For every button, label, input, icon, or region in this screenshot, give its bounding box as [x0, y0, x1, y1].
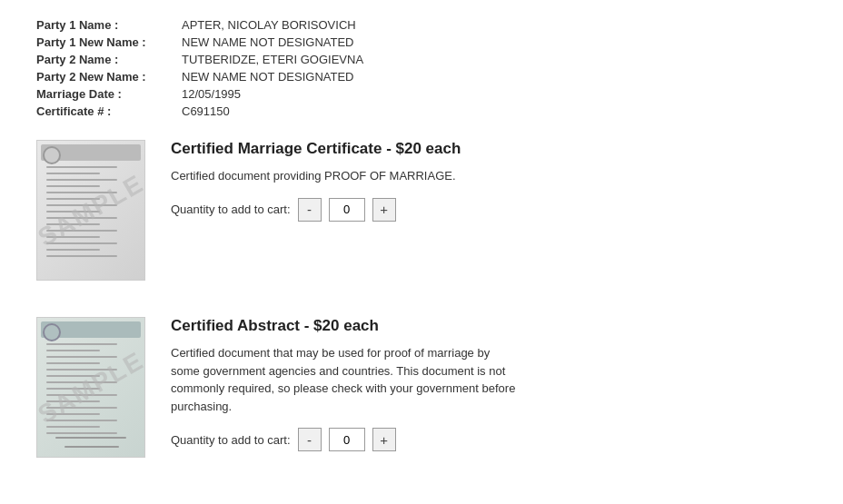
- quantity-label-1: Quantity to add to cart:: [171, 203, 291, 216]
- quantity-row-1: Quantity to add to cart: - +: [171, 198, 807, 222]
- product-marriage-certificate: SAMPLE Certified Marriage Certificate - …: [36, 140, 807, 288]
- product-image-2: SAMPLE: [36, 317, 145, 458]
- marriage-date-row: Marriage Date : 12/05/1995: [36, 87, 807, 101]
- party2-new-value: NEW NAME NOT DESIGNATED: [182, 70, 353, 84]
- certificate-label: Certificate # :: [36, 104, 182, 118]
- minus-button-2[interactable]: -: [298, 428, 322, 451]
- quantity-row-2: Quantity to add to cart: - +: [171, 428, 807, 451]
- party1-new-row: Party 1 New Name : NEW NAME NOT DESIGNAT…: [36, 35, 807, 49]
- product-title-2: Certified Abstract - $20 each: [171, 317, 807, 335]
- product-description-2: Certified document that may be used for …: [171, 344, 516, 415]
- party1-row: Party 1 Name : APTER, NICOLAY BORISOVICH: [36, 18, 807, 32]
- party2-label: Party 2 Name :: [36, 53, 182, 66]
- plus-button-1[interactable]: +: [372, 198, 396, 222]
- quantity-input-1[interactable]: [329, 198, 365, 222]
- party1-new-value: NEW NAME NOT DESIGNATED: [182, 35, 353, 49]
- certificate-value: C691150: [182, 104, 230, 118]
- record-info: Party 1 Name : APTER, NICOLAY BORISOVICH…: [36, 18, 807, 118]
- quantity-label-2: Quantity to add to cart:: [171, 433, 291, 447]
- party2-new-row: Party 2 New Name : NEW NAME NOT DESIGNAT…: [36, 70, 807, 84]
- marriage-date-value: 12/05/1995: [182, 87, 241, 101]
- party1-value: APTER, NICOLAY BORISOVICH: [182, 18, 356, 32]
- product-image-1: SAMPLE: [36, 140, 145, 281]
- certificate-row: Certificate # : C691150: [36, 104, 807, 118]
- party2-new-label: Party 2 New Name :: [36, 70, 182, 84]
- party1-new-label: Party 1 New Name :: [36, 35, 182, 49]
- plus-button-2[interactable]: +: [372, 428, 396, 451]
- product-title-1: Certified Marriage Certificate - $20 eac…: [171, 140, 807, 158]
- minus-button-1[interactable]: -: [298, 198, 322, 222]
- product-description-1: Certified document providing PROOF OF MA…: [171, 167, 516, 185]
- quantity-input-2[interactable]: [329, 428, 365, 451]
- party2-value: TUTBERIDZE, ETERI GOGIEVNA: [182, 53, 363, 66]
- party1-label: Party 1 Name :: [36, 18, 182, 32]
- party2-row: Party 2 Name : TUTBERIDZE, ETERI GOGIEVN…: [36, 53, 807, 66]
- product-details-2: Certified Abstract - $20 each Certified …: [171, 317, 807, 451]
- product-abstract: SAMPLE Certified Abstract - $20 each Cer…: [36, 317, 807, 465]
- product-details-1: Certified Marriage Certificate - $20 eac…: [171, 140, 807, 222]
- marriage-date-label: Marriage Date :: [36, 87, 182, 101]
